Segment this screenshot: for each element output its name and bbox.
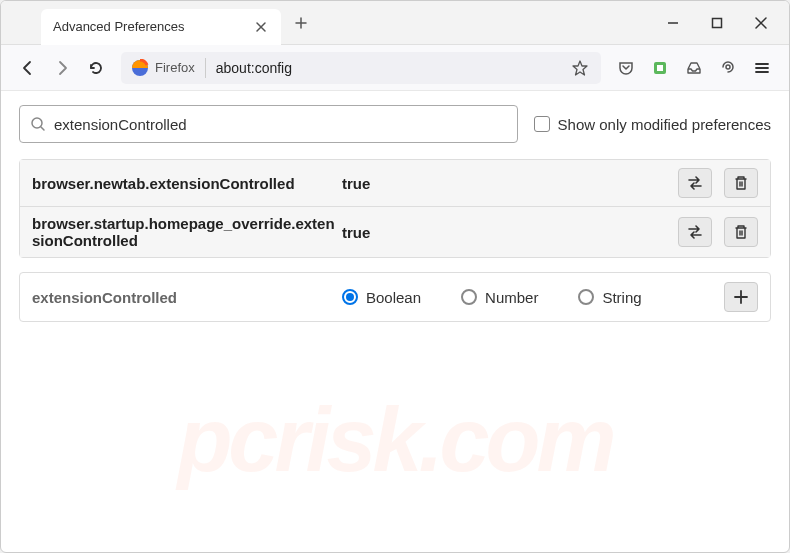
- window-controls: [663, 13, 789, 33]
- modified-only-label: Show only modified preferences: [558, 116, 771, 133]
- pref-row: browser.newtab.extensionControlled true: [20, 160, 770, 207]
- url-text: about:config: [206, 60, 569, 76]
- search-box[interactable]: [19, 105, 518, 143]
- type-label: Number: [485, 289, 538, 306]
- close-window-button[interactable]: [751, 13, 771, 33]
- type-label: Boolean: [366, 289, 421, 306]
- type-label: String: [602, 289, 641, 306]
- pref-row: browser.startup.homepage_override.extens…: [20, 207, 770, 257]
- radio-icon: [578, 289, 594, 305]
- tab-bar: Advanced Preferences: [1, 1, 789, 45]
- pocket-icon[interactable]: [611, 53, 641, 83]
- type-option-string[interactable]: String: [578, 289, 641, 306]
- watermark: pcrisk.com: [177, 389, 612, 492]
- radio-icon: [342, 289, 358, 305]
- type-radio-group: Boolean Number String: [342, 289, 712, 306]
- menu-button[interactable]: [747, 53, 777, 83]
- new-preference-row: extensionControlled Boolean Number Strin…: [19, 272, 771, 322]
- checkbox-icon[interactable]: [534, 116, 550, 132]
- modified-only-checkbox[interactable]: Show only modified preferences: [534, 116, 771, 133]
- bookmark-star-icon[interactable]: [569, 57, 591, 79]
- toggle-button[interactable]: [678, 168, 712, 198]
- svg-point-4: [726, 65, 730, 69]
- url-bar[interactable]: Firefox about:config: [121, 52, 601, 84]
- reload-button[interactable]: [81, 53, 111, 83]
- preferences-table: browser.newtab.extensionControlled true …: [19, 159, 771, 258]
- tab-close-icon[interactable]: [253, 19, 269, 35]
- search-input[interactable]: [54, 116, 507, 133]
- navigation-toolbar: Firefox about:config: [1, 45, 789, 91]
- toggle-button[interactable]: [678, 217, 712, 247]
- search-icon: [30, 116, 46, 132]
- extension-icon[interactable]: [645, 53, 675, 83]
- content-area: Show only modified preferences browser.n…: [1, 91, 789, 552]
- minimize-button[interactable]: [663, 13, 683, 33]
- url-identity-label: Firefox: [155, 60, 195, 75]
- pref-name: browser.newtab.extensionControlled: [32, 175, 342, 192]
- type-option-number[interactable]: Number: [461, 289, 538, 306]
- add-button[interactable]: [724, 282, 758, 312]
- new-pref-name: extensionControlled: [32, 289, 342, 306]
- firefox-icon: [131, 59, 149, 77]
- pref-value: true: [342, 175, 678, 192]
- pref-value: true: [342, 224, 678, 241]
- shield-icon[interactable]: [713, 53, 743, 83]
- svg-rect-0: [713, 18, 722, 27]
- tab-title: Advanced Preferences: [53, 19, 253, 34]
- type-option-boolean[interactable]: Boolean: [342, 289, 421, 306]
- inbox-icon[interactable]: [679, 53, 709, 83]
- browser-tab[interactable]: Advanced Preferences: [41, 9, 281, 45]
- delete-button[interactable]: [724, 168, 758, 198]
- delete-button[interactable]: [724, 217, 758, 247]
- pref-name: browser.startup.homepage_override.extens…: [32, 215, 342, 249]
- radio-icon: [461, 289, 477, 305]
- maximize-button[interactable]: [707, 13, 727, 33]
- back-button[interactable]: [13, 53, 43, 83]
- url-identity: Firefox: [131, 58, 206, 78]
- new-tab-button[interactable]: [285, 7, 317, 39]
- forward-button[interactable]: [47, 53, 77, 83]
- svg-rect-3: [657, 65, 663, 71]
